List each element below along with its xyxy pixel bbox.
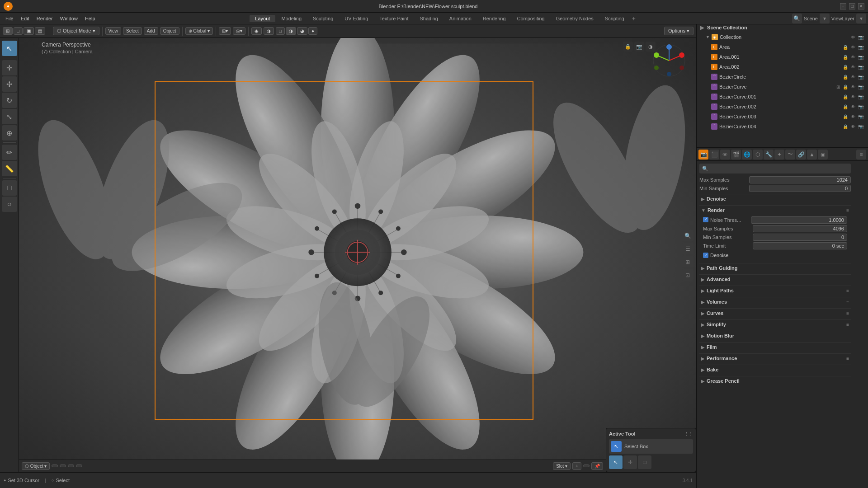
maximize-button[interactable]: □ — [849, 3, 855, 9]
grease-pencil-section[interactable]: ▶ Grease Pencil — [699, 376, 851, 385]
outliner-item-area001[interactable]: L Area.001 🔒 👁 📷 — [708, 52, 868, 62]
tool-rotate[interactable]: ↻ — [2, 93, 17, 108]
main-viewport[interactable]: Camera Perspective (7) Collection | Came… — [19, 38, 696, 472]
view-toggle-uv[interactable]: ▤ — [35, 27, 45, 35]
node-mode-dropdown[interactable]: ⬡ Object ▾ — [22, 462, 50, 470]
path-guiding-section[interactable]: ▶ Path Guiding — [699, 263, 851, 272]
props-icon-modifier[interactable]: 🔧 — [764, 150, 774, 160]
tool-cursor[interactable]: ✛ — [2, 60, 17, 75]
menu-file[interactable]: File — [2, 15, 17, 22]
tab-texture-paint[interactable]: Texture Paint — [374, 15, 414, 22]
active-tool-options-icon[interactable]: ⋮⋮ — [684, 432, 693, 436]
pin-btn[interactable]: 📌 — [591, 462, 603, 470]
min-samples-value[interactable]: 0 — [749, 185, 851, 192]
performance-section[interactable]: ▶ Performance ≡ — [699, 353, 851, 363]
node-node-btn[interactable] — [76, 465, 82, 467]
outliner-item-area[interactable]: L Area 🔒 👁 📷 — [708, 42, 868, 52]
options-button[interactable]: Options ▾ — [664, 27, 693, 35]
minimize-button[interactable]: − — [840, 3, 846, 9]
outliner-restrict-viewport[interactable]: 👁 — [850, 35, 856, 40]
mode-dropdown[interactable]: ⬡ Object Mode ▾ — [53, 27, 99, 35]
tool-select[interactable]: ↖ — [2, 41, 17, 56]
add-menu-btn[interactable]: Add — [144, 27, 158, 35]
scene-dropdown[interactable]: ▾ — [820, 14, 830, 23]
props-icon-view[interactable]: 👁 — [720, 150, 730, 160]
viewlayer-dropdown[interactable]: ▾ — [856, 14, 866, 23]
outliner-item-beziercurve004[interactable]: ⌒ BezierCurve.004 🔒 👁 📷 — [708, 122, 868, 131]
tool-transform[interactable]: ⊕ — [2, 125, 17, 141]
tab-rendering[interactable]: Rendering — [477, 15, 511, 22]
tab-scripting[interactable]: Scripting — [599, 15, 630, 22]
gizmo-svg[interactable]: Z X Y — [651, 42, 687, 79]
snap-toggle[interactable]: ⊞▾ — [219, 27, 231, 35]
film-section[interactable]: ▶ Film — [699, 342, 851, 352]
add-workspace-button[interactable]: + — [630, 15, 637, 22]
props-icon-object[interactable]: ⬡ — [753, 150, 763, 160]
noise-threshold-checkbox[interactable]: ✓ — [703, 217, 708, 222]
props-icon-scene[interactable]: 🎬 — [731, 150, 741, 160]
advanced-section[interactable]: ▶ Advanced — [699, 274, 851, 284]
outliner-item-beziercurve001[interactable]: ⌒ BezierCurve.001 🔒 👁 📷 — [708, 92, 868, 102]
toggle-toolbar[interactable]: ⊞ — [682, 256, 693, 267]
active-tool-content[interactable]: ↖ Select Box — [609, 439, 693, 454]
tool-scale[interactable]: ⤡ — [2, 109, 17, 124]
tab-compositing[interactable]: Compositing — [512, 15, 550, 22]
tab-shading[interactable]: Shading — [414, 15, 443, 22]
max-samples-value[interactable]: 1024 — [749, 176, 851, 183]
tool-thumb-select[interactable]: ↖ — [609, 455, 623, 469]
props-icon-physics[interactable]: 〜 — [785, 150, 795, 160]
overlay-toggle[interactable]: ◉ — [251, 27, 262, 35]
menu-render[interactable]: Render — [33, 15, 57, 22]
window-controls[interactable]: − □ × — [840, 3, 864, 9]
toggle-sidebar[interactable]: ☰ — [682, 243, 693, 254]
props-icon-particle[interactable]: ✦ — [774, 150, 784, 160]
tab-sculpting[interactable]: Sculpting — [307, 15, 339, 22]
tab-layout[interactable]: Layout — [250, 15, 275, 22]
outliner-item-area002[interactable]: L Area.002 🔒 👁 📷 — [708, 62, 868, 72]
view-toggle-2d[interactable]: ▣ — [24, 27, 34, 35]
camera-icon-btn[interactable]: 📷 — [634, 42, 644, 52]
simplify-menu-icon[interactable]: ≡ — [846, 322, 849, 327]
proportional-edit[interactable]: ◎▾ — [233, 27, 245, 35]
light-paths-menu-icon[interactable]: ≡ — [846, 288, 849, 293]
wireframe-mode[interactable]: □ — [276, 27, 285, 35]
node-view-btn[interactable] — [52, 465, 58, 467]
tool-add-box[interactable]: □ — [2, 180, 17, 196]
tool-annotate[interactable]: ✏ — [2, 145, 17, 160]
slot-dropdown[interactable]: Slot ▾ — [553, 462, 571, 470]
outliner-restrict-render[interactable]: 📷 — [857, 35, 864, 40]
props-filter[interactable]: ≡ — [856, 150, 866, 160]
outliner-item-beziercurve[interactable]: ⌒ BezierCurve ⊞ 🔒 👁 📷 — [708, 82, 868, 92]
lock-icon-btn[interactable]: 🔒 — [623, 42, 633, 52]
zoom-to-fit[interactable]: 🔍 — [682, 230, 693, 241]
tool-thumb-cursor[interactable]: ✛ — [623, 455, 637, 469]
menu-edit[interactable]: Edit — [17, 15, 33, 22]
outliner-collection-main[interactable]: ▼ ◈ Collection 👁 📷 — [702, 32, 868, 42]
tool-add-circle[interactable]: ○ — [2, 197, 17, 212]
outliner-item-beziercurve002[interactable]: ⌒ BezierCurve.002 🔒 👁 📷 — [708, 102, 868, 112]
bake-section[interactable]: ▶ Bake — [699, 365, 851, 374]
props-icon-constraint[interactable]: 🔗 — [796, 150, 806, 160]
search-icon-header[interactable]: 🔍 — [792, 14, 802, 23]
motion-blur-section[interactable]: ▶ Motion Blur — [699, 331, 851, 340]
denoise-section-header[interactable]: ▶ Denoise — [699, 194, 851, 203]
props-icon-data[interactable]: ▲ — [807, 150, 817, 160]
tab-geometry-nodes[interactable]: Geometry Nodes — [551, 15, 599, 22]
view-toggle-solid[interactable]: □ — [14, 27, 23, 35]
select-menu-btn[interactable]: Select — [123, 27, 142, 35]
performance-menu-icon[interactable]: ≡ — [846, 356, 849, 361]
volumes-section[interactable]: ▶ Volumes ≡ — [699, 297, 851, 306]
props-icon-render[interactable]: 📷 — [698, 150, 708, 160]
material-mode[interactable]: ◕ — [297, 27, 307, 35]
volumes-menu-icon[interactable]: ≡ — [846, 300, 849, 305]
rendered-mode[interactable]: ● — [308, 27, 317, 35]
shading-icon[interactable]: ◑ — [264, 27, 274, 35]
min-samples-render-value[interactable]: 0 — [753, 234, 847, 241]
node-add-btn[interactable] — [68, 465, 74, 467]
add-slot-btn[interactable]: + — [572, 462, 581, 470]
menu-help[interactable]: Help — [81, 15, 99, 22]
light-paths-section[interactable]: ▶ Light Paths ≡ — [699, 286, 851, 295]
outliner-item-beziercurve003[interactable]: ⌒ BezierCurve.003 🔒 👁 📷 — [708, 112, 868, 122]
props-icon-world[interactable]: 🌐 — [742, 150, 752, 160]
tool-thumb-box[interactable]: □ — [638, 455, 651, 469]
